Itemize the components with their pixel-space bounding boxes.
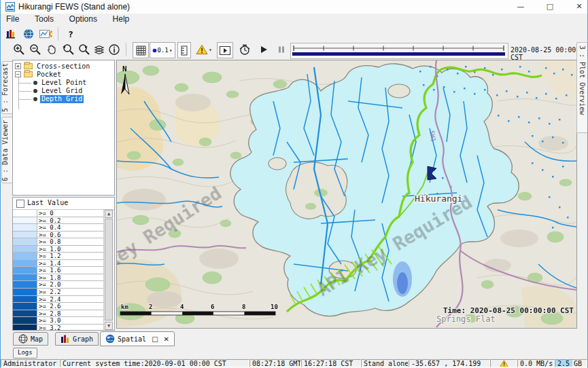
- minimize-button[interactable]: —: [507, 0, 534, 14]
- main-area: 5 : Forecast 6 : Data Viewer + Cross-sec…: [1, 60, 588, 331]
- legend-row: >= 3.2: [13, 325, 104, 330]
- legend-row: >= 2.8: [13, 310, 104, 318]
- tree-node-level-point[interactable]: Level Point: [13, 79, 114, 87]
- title-bar: Hikurangi FEWS (Stand alone) — □ ✕: [1, 0, 588, 14]
- legend-row: >= 0.2: [13, 217, 104, 225]
- database-chart-icon[interactable]: [3, 26, 18, 41]
- legend-row: >= 0.6: [13, 232, 104, 239]
- logs-button[interactable]: Logs: [13, 348, 37, 358]
- menu-tools[interactable]: Tools: [29, 14, 59, 24]
- node-bullet-icon: [33, 97, 37, 101]
- last-value-checkbox[interactable]: [16, 200, 24, 208]
- legend-swatch: [13, 303, 37, 310]
- main-toolbar: ?: [1, 25, 588, 41]
- grid-display-button[interactable]: [133, 42, 149, 58]
- pause-button[interactable]: [274, 42, 289, 57]
- map-time-label: Time: 2020-08-25 00:00:00 CST: [443, 306, 574, 315]
- depth-legend-panel: Last Value >= 0 >= 0.2 >= 0.4 >= 0.6 >= …: [12, 197, 115, 331]
- zoom-next-icon[interactable]: [77, 42, 92, 57]
- collapse-icon[interactable]: −: [15, 71, 21, 77]
- map-canvas[interactable]: SH1 Hikurangi Springs Flat API Key Requi…: [117, 60, 576, 328]
- scroll-up-icon[interactable]: ▲: [105, 210, 113, 218]
- legend-swatch: [13, 325, 37, 330]
- topology-tree: + Cross-section − Pocket Level Point Lev…: [12, 60, 115, 196]
- sidebar-tab-plot-overview[interactable]: 3 : Plot Overview: [576, 42, 588, 133]
- contour-interval-dropdown[interactable]: 0.1 ▾: [150, 42, 175, 58]
- blue-globe-icon: [105, 334, 115, 344]
- tree-node-depth-grid[interactable]: Depth Grid: [13, 95, 114, 103]
- tab-maximize-icon[interactable]: □: [152, 335, 158, 343]
- zoom-in-icon[interactable]: [12, 42, 27, 57]
- folder-icon: [24, 63, 33, 69]
- last-value-row: Last Value: [13, 198, 114, 210]
- play-button[interactable]: [256, 42, 271, 57]
- legend-swatch: [13, 210, 37, 217]
- map-toolbar: 0.1 ▾ ▾: [1, 41, 588, 60]
- logs-row: Logs: [1, 347, 588, 358]
- legend-row: >= 0: [13, 210, 104, 217]
- svg-text:km: km: [121, 303, 128, 310]
- scroll-down-icon[interactable]: ▼: [105, 322, 113, 330]
- map-globe-icon[interactable]: [21, 26, 36, 41]
- status-warning[interactable]: [490, 359, 517, 367]
- scroll-thumb[interactable]: [105, 219, 113, 320]
- tab-spatial[interactable]: Spatial □ ✕: [100, 331, 175, 346]
- warning-triangle-icon: [196, 44, 208, 55]
- last-value-label: Last Value: [27, 199, 68, 206]
- animation-timer-icon[interactable]: [237, 42, 252, 57]
- scale-ruler-button[interactable]: [177, 42, 191, 58]
- info-icon[interactable]: [107, 42, 122, 57]
- menu-bar: File Tools Options Help: [1, 14, 588, 26]
- view-tab-bar: Map Graph Spatial □ ✕: [1, 331, 588, 347]
- svg-text:N: N: [122, 65, 127, 73]
- menu-help[interactable]: Help: [107, 14, 135, 24]
- svg-text:10: 10: [271, 303, 278, 310]
- svg-text:4: 4: [180, 303, 184, 310]
- zoom-previous-icon[interactable]: [60, 42, 75, 57]
- legend-swatch: [13, 246, 37, 253]
- thresholds-warning-dropdown[interactable]: ▾: [194, 42, 214, 57]
- timeseries-icon[interactable]: [39, 26, 54, 41]
- status-local-time: 16:27:18 CST: [301, 359, 361, 367]
- legend-swatch: [13, 267, 37, 274]
- menu-options[interactable]: Options: [64, 14, 103, 24]
- legend-row: >= 2.4: [13, 296, 104, 303]
- legend-swatch: [13, 317, 37, 324]
- tab-close-icon[interactable]: ✕: [164, 335, 169, 343]
- legend-swatch: [13, 224, 37, 231]
- animation-panel-button[interactable]: [217, 42, 233, 58]
- close-button[interactable]: ✕: [566, 0, 588, 14]
- pan-hand-icon[interactable]: [44, 42, 59, 57]
- menu-file[interactable]: File: [1, 14, 24, 24]
- chevron-down-icon: ▾: [169, 48, 173, 54]
- timeline-slider[interactable]: [290, 43, 508, 59]
- legend-swatch: [13, 238, 37, 245]
- maximize-button[interactable]: □: [536, 0, 564, 14]
- legend-row: >= 0.4: [13, 224, 104, 232]
- window-title: Hikurangi FEWS (Stand alone): [18, 2, 130, 12]
- legend-swatch: [13, 274, 37, 281]
- legend-row: >= 1.4: [13, 260, 104, 268]
- legend-swatch: [13, 289, 37, 295]
- tab-graph[interactable]: Graph: [55, 332, 99, 346]
- status-mode: Stand alone: [361, 359, 409, 367]
- help-button[interactable]: ?: [63, 26, 78, 41]
- dot-icon: [152, 48, 157, 53]
- spatial-map-view[interactable]: SH1 Hikurangi Springs Flat API Key Requi…: [116, 60, 577, 329]
- legend-swatch: [13, 281, 37, 288]
- layers-icon[interactable]: [92, 42, 107, 57]
- sidebar-tab-data-viewer[interactable]: 6 : Data Viewer: [1, 117, 13, 183]
- sidebar-tab-forecast[interactable]: 5 : Forecast: [1, 61, 13, 114]
- tree-node-level-grid[interactable]: Level Grid: [13, 87, 114, 95]
- tab-map[interactable]: Map: [13, 332, 48, 346]
- svg-text:2: 2: [149, 303, 152, 310]
- expand-icon[interactable]: +: [15, 63, 21, 69]
- legend-row: >= 2.2: [13, 289, 104, 296]
- status-network-speed: 0.0 MB/s: [517, 359, 555, 367]
- legend-row: >= 1.8: [13, 274, 104, 282]
- tree-node-pocket[interactable]: − Pocket: [13, 71, 114, 79]
- legend-row: >= 1.0: [13, 246, 104, 253]
- zoom-out-icon[interactable]: [28, 42, 43, 57]
- legend-scrollbar[interactable]: ▲ ▼: [103, 210, 114, 330]
- legend-swatch: [13, 217, 37, 224]
